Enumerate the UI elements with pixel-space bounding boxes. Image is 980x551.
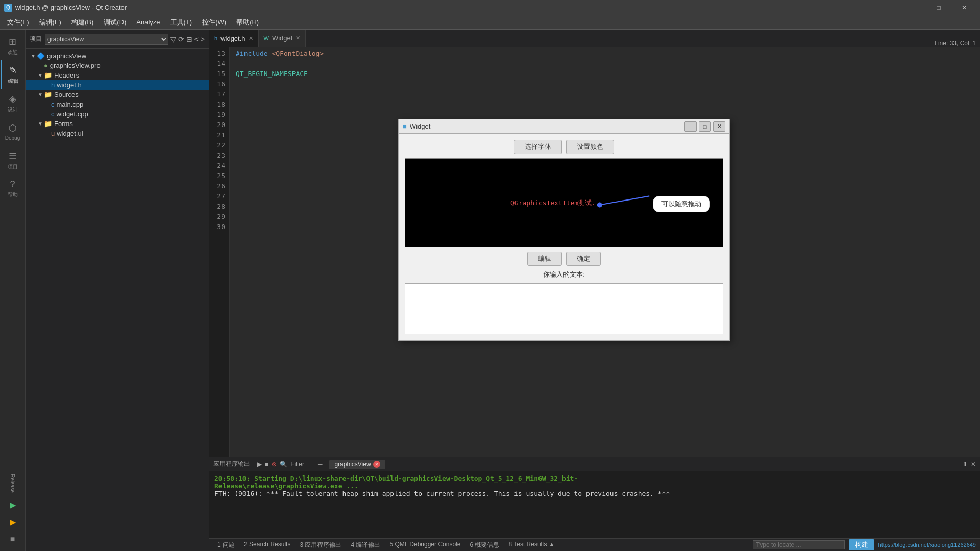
tree-node-headers[interactable]: ▼ 📁 Headers xyxy=(26,70,209,80)
code-line-17 xyxy=(236,89,980,99)
set-color-button[interactable]: 设置颜色 xyxy=(566,140,614,154)
help-icon: ? xyxy=(10,179,15,190)
close-button[interactable]: ✕ xyxy=(952,0,976,15)
design-icon: ◈ xyxy=(9,93,16,105)
project-selector[interactable]: graphicsView xyxy=(45,34,168,45)
tab-close-widgeth[interactable]: ✕ xyxy=(249,35,253,42)
build-button[interactable]: 构建 xyxy=(849,539,874,550)
code-line-18 xyxy=(236,99,980,110)
status-tab-appout[interactable]: 3 应用程序输出 xyxy=(296,540,346,550)
edit-button[interactable]: 编辑 xyxy=(527,252,562,266)
right-editor-area: h widget.h ✕ W Widget ✕ Line: 33, Col: 1… xyxy=(209,30,980,551)
panel-tab-graphicsview[interactable]: graphicsView ✕ xyxy=(329,460,385,469)
confirm-button[interactable]: 确定 xyxy=(566,252,601,266)
status-tab-qml[interactable]: 5 QML Debugger Console xyxy=(385,540,464,550)
panel-play-icon[interactable]: ▶ xyxy=(257,461,262,468)
collapse-icon[interactable]: ⊟ xyxy=(186,35,192,43)
tree-node-maincpp[interactable]: c main.cpp xyxy=(26,99,209,109)
tree-label-headers: Headers xyxy=(54,71,79,79)
menu-edit[interactable]: 编辑(E) xyxy=(34,16,66,29)
status-tab-compile[interactable]: 4 编译输出 xyxy=(347,540,384,550)
tab-widgeth[interactable]: h widget.h ✕ xyxy=(209,30,259,47)
menu-controls[interactable]: 控件(W) xyxy=(197,16,231,29)
tab-label-widgeth: widget.h xyxy=(220,35,245,42)
menu-debug[interactable]: 调试(D) xyxy=(99,16,131,29)
sidebar-item-project[interactable]: ☰ 项目 xyxy=(1,146,24,174)
menu-tools[interactable]: 工具(T) xyxy=(165,16,198,29)
sidebar-item-design[interactable]: ◈ 设计 xyxy=(1,89,24,117)
widget-top-buttons: 选择字体 设置颜色 xyxy=(405,140,723,154)
panel-expand-icon[interactable]: ⬆ xyxy=(963,461,968,468)
filter-icon[interactable]: ▽ xyxy=(170,35,176,43)
sidebar-item-welcome[interactable]: ⊞ 欢迎 xyxy=(1,32,24,60)
tab-widget[interactable]: W Widget ✕ xyxy=(259,30,306,47)
sidebar-item-help[interactable]: ? 帮助 xyxy=(1,174,24,203)
project-sidebar: 项目 graphicsView ▽ ⟳ ⊟ < > ▼ 🔷 xyxy=(26,30,209,551)
cpp-file-icon2: c xyxy=(51,110,55,118)
nav-next-icon[interactable]: > xyxy=(201,35,205,43)
panel-close-icon[interactable]: ⊗ xyxy=(272,461,277,468)
sidebar-item-debug[interactable]: ⬡ Debug xyxy=(1,117,24,146)
widget-popup-title: Widget xyxy=(410,122,430,130)
stop-button[interactable]: ■ xyxy=(5,532,20,547)
sidebar-item-edit[interactable]: ✎ 编辑 xyxy=(1,60,24,89)
tooltip-arrow xyxy=(599,196,650,206)
tree-node-widgetcpp[interactable]: c widget.cpp xyxy=(26,109,209,119)
tree-node-graphicsview[interactable]: ▼ 🔷 graphicsView xyxy=(26,51,209,61)
tree-label-graphicsview: graphicsView xyxy=(47,52,86,60)
panel-close-panel-icon[interactable]: ✕ xyxy=(971,461,976,468)
sync-icon[interactable]: ⟳ xyxy=(178,35,184,43)
widget-popup: ■ Widget ─ □ ✕ 选择字体 设置颜色 xyxy=(398,119,730,341)
status-bar-right: Line: 33, Col: 1 xyxy=(935,40,980,47)
app-icon: Q xyxy=(4,4,12,12)
panel-stop-icon[interactable]: ■ xyxy=(265,461,268,468)
project-icon: ☰ xyxy=(9,151,17,162)
tab-label-widget: Widget xyxy=(272,34,292,42)
menu-build[interactable]: 构建(B) xyxy=(66,16,99,29)
panel-tab-close[interactable]: ✕ xyxy=(373,461,380,468)
url-link[interactable]: https://blog.csdn.net/xiaolong11262649 xyxy=(878,542,976,548)
edit-icon: ✎ xyxy=(9,65,17,76)
locate-search-input[interactable] xyxy=(753,540,845,549)
tree-node-graphicsviewpro[interactable]: ● graphicsView.pro xyxy=(26,61,209,70)
status-tab-problems[interactable]: 1 问题 xyxy=(213,540,239,550)
tree-label-maincpp: main.cpp xyxy=(57,101,84,108)
panel-plus-icon[interactable]: + xyxy=(311,461,315,468)
panel-tab-label: graphicsView xyxy=(334,461,371,468)
stab-label-appout: 3 应用程序输出 xyxy=(300,541,341,548)
graphics-view[interactable]: QGraphicsTextItem测试. 可以随意拖动 xyxy=(405,158,723,247)
tree-node-forms[interactable]: ▼ 📁 Forms xyxy=(26,119,209,129)
code-line-15: QT_BEGIN_NAMESPACE xyxy=(236,69,980,79)
widget-close-btn[interactable]: ✕ xyxy=(713,121,725,132)
left-icon-strip: ⊞ 欢迎 ✎ 编辑 ◈ 设计 ⬡ Debug ☰ 项目 ? 帮助 xyxy=(0,30,26,551)
status-tab-summary[interactable]: 6 概要信息 xyxy=(465,540,503,550)
choose-font-button[interactable]: 选择字体 xyxy=(514,140,562,154)
graphics-text-item[interactable]: QGraphicsTextItem测试. xyxy=(507,197,599,209)
expand-arrow-sources: ▼ xyxy=(37,92,44,97)
stab-label-problems: 1 问题 xyxy=(217,541,235,548)
menu-file[interactable]: 文件(F) xyxy=(2,16,34,29)
run-button[interactable]: ▶ xyxy=(5,497,20,512)
tree-node-widgeth[interactable]: h widget.h xyxy=(26,80,209,90)
minimize-button[interactable]: ─ xyxy=(901,0,925,15)
widget-minimize-btn[interactable]: ─ xyxy=(684,121,697,132)
panel-toolbar: 应用程序输出 ▶ ■ ⊗ 🔍 Filter + ─ graphicsView ✕… xyxy=(209,457,980,471)
nav-prev-icon[interactable]: < xyxy=(194,35,199,43)
menu-help[interactable]: 帮助(H) xyxy=(231,16,264,29)
panel-minus-icon[interactable]: ─ xyxy=(318,461,323,468)
widget-maximize-btn[interactable]: □ xyxy=(699,121,711,132)
tree-node-widgetui[interactable]: u widget.ui xyxy=(26,129,209,138)
forms-folder-icon: 📁 xyxy=(44,120,52,128)
widget-title-bar: ■ Widget ─ □ ✕ xyxy=(399,119,729,134)
status-tab-search[interactable]: 2 Search Results xyxy=(240,540,295,550)
panel-filter-icon[interactable]: 🔍 xyxy=(280,461,287,468)
sidebar-label-project: 项目 xyxy=(8,163,18,170)
menu-analyze[interactable]: Analyze xyxy=(131,17,165,28)
status-tab-test[interactable]: 8 Test Results ▲ xyxy=(504,540,558,550)
widget-text-area[interactable] xyxy=(405,283,723,334)
tree-node-sources[interactable]: ▼ 📁 Sources xyxy=(26,90,209,99)
tab-close-widget[interactable]: ✕ xyxy=(296,35,300,41)
run-debug-button[interactable]: ▶ xyxy=(5,514,20,530)
maximize-button[interactable]: □ xyxy=(927,0,950,15)
line-col-indicator: Line: 33, Col: 1 xyxy=(935,40,976,47)
